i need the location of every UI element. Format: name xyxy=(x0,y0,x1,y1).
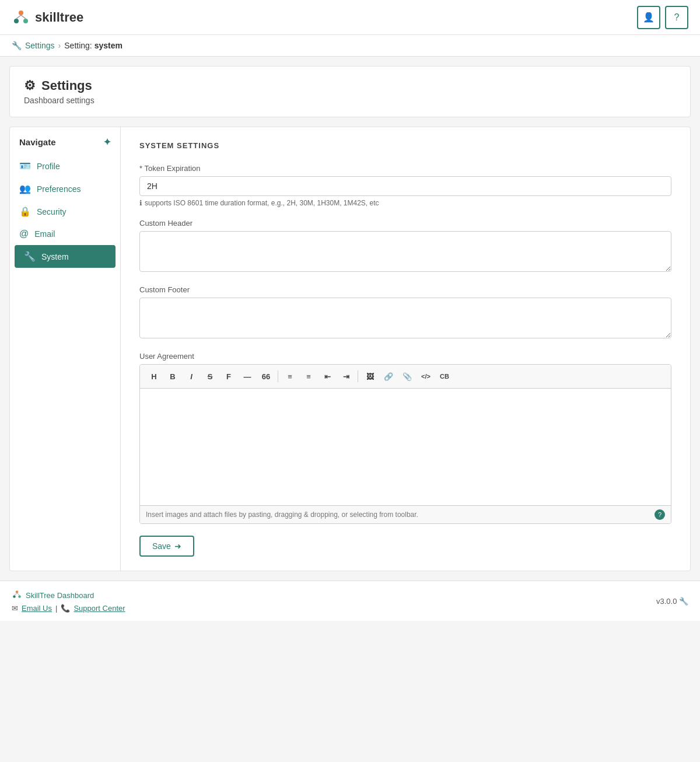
sidebar-item-system[interactable]: 🔧 System xyxy=(15,245,116,268)
sidebar-item-label: Profile xyxy=(37,162,60,171)
rte-strikethrough-btn[interactable]: S xyxy=(202,368,218,385)
rte-italic-btn[interactable]: I xyxy=(183,368,200,385)
security-icon: 🔒 xyxy=(19,206,31,217)
token-expiration-field-group: * Token Expiration ℹ supports ISO 8601 t… xyxy=(139,164,671,207)
sidebar-item-label: Preferences xyxy=(37,184,80,194)
rte-footer: Insert images and attach files by pastin… xyxy=(140,505,671,523)
user-agreement-label: User Agreement xyxy=(139,352,671,361)
settings-gear-icon: ⚙ xyxy=(24,78,36,93)
question-icon: ? xyxy=(674,12,680,23)
sidebar-item-label: System xyxy=(41,252,69,261)
rte-attach-btn[interactable]: 📎 xyxy=(399,368,415,385)
svg-point-6 xyxy=(13,595,16,598)
rte-hr-btn[interactable]: — xyxy=(239,368,256,385)
profile-icon: 🪪 xyxy=(19,160,31,172)
sidebar-item-preferences[interactable]: 👥 Preferences xyxy=(10,177,120,200)
rich-text-editor: H B I S F — 66 ≡ ≡ ⇤ ⇥ 🖼 🔗 📎 </> xyxy=(139,364,671,524)
footer-brand: SkillTree Dashboard xyxy=(12,589,125,602)
rte-image-btn[interactable]: 🖼 xyxy=(362,368,378,385)
breadcrumb: 🔧 Settings › Setting: system xyxy=(0,35,700,57)
rte-divider-1 xyxy=(278,370,278,382)
page-footer: SkillTree Dashboard ✉ Email Us | 📞 Suppo… xyxy=(0,581,700,621)
footer-wrench-icon: 🔧 xyxy=(679,597,688,606)
settings-sidebar: Navigate ✦ 🪪 Profile 👥 Preferences 🔒 Sec… xyxy=(10,127,121,571)
svg-point-0 xyxy=(19,11,23,15)
rte-help-icon[interactable]: ? xyxy=(654,509,665,520)
rte-bold-btn[interactable]: B xyxy=(164,368,181,385)
sidebar-item-label: Security xyxy=(37,207,66,216)
custom-header-textarea[interactable] xyxy=(139,231,671,272)
page-title: ⚙ Settings xyxy=(24,78,676,93)
breadcrumb-root-link[interactable]: Settings xyxy=(25,41,55,50)
rte-body[interactable] xyxy=(140,389,671,505)
rte-font-btn[interactable]: F xyxy=(220,368,237,385)
rte-ul-btn[interactable]: ≡ xyxy=(282,368,298,385)
sidebar-item-email[interactable]: @ Email xyxy=(10,223,120,245)
sidebar-nav-icon[interactable]: ✦ xyxy=(103,137,111,148)
footer-left: SkillTree Dashboard ✉ Email Us | 📞 Suppo… xyxy=(12,589,125,613)
custom-footer-label: Custom Footer xyxy=(139,285,671,294)
footer-divider: | xyxy=(55,604,57,613)
sidebar-header-label: Navigate xyxy=(19,137,56,147)
email-icon-footer: ✉ xyxy=(12,604,18,613)
token-expiration-hint: ℹ supports ISO 8601 time duration format… xyxy=(139,199,671,207)
section-title: SYSTEM SETTINGS xyxy=(139,141,671,150)
save-label: Save xyxy=(152,541,171,551)
profile-button[interactable]: 👤 xyxy=(637,6,660,29)
rte-blockquote-btn[interactable]: 66 xyxy=(258,368,274,385)
token-expiration-label: * Token Expiration xyxy=(139,164,671,173)
rte-link-btn[interactable]: 🔗 xyxy=(380,368,397,385)
rte-hint-text: Insert images and attach files by pastin… xyxy=(146,511,418,519)
svg-point-5 xyxy=(16,590,19,593)
rte-ol-btn[interactable]: ≡ xyxy=(300,368,317,385)
info-icon: ℹ xyxy=(139,199,142,207)
custom-header-label: Custom Header xyxy=(139,219,671,228)
footer-links: ✉ Email Us | 📞 Support Center xyxy=(12,604,125,613)
rte-heading-btn[interactable]: H xyxy=(146,368,162,385)
phone-icon-footer: 📞 xyxy=(61,604,70,613)
header-buttons: 👤 ? xyxy=(637,6,688,29)
token-expiration-input[interactable] xyxy=(139,176,671,196)
rte-outdent-btn[interactable]: ⇤ xyxy=(319,368,335,385)
system-wrench-icon: 🔧 xyxy=(24,251,36,262)
svg-point-7 xyxy=(18,595,21,598)
rte-code-btn[interactable]: </> xyxy=(418,368,434,385)
preferences-icon: 👥 xyxy=(19,183,31,194)
rte-divider-2 xyxy=(358,370,358,382)
svg-line-8 xyxy=(15,593,18,595)
user-agreement-field-group: User Agreement H B I S F — 66 ≡ ≡ ⇤ ⇥ 🖼 xyxy=(139,352,671,524)
custom-header-field-group: Custom Header xyxy=(139,219,671,274)
help-button[interactable]: ? xyxy=(665,6,688,29)
custom-footer-field-group: Custom Footer xyxy=(139,285,671,340)
custom-footer-textarea[interactable] xyxy=(139,298,671,338)
breadcrumb-separator: › xyxy=(58,41,61,50)
footer-version: v3.0.0 🔧 xyxy=(656,597,688,606)
breadcrumb-wrench-icon: 🔧 xyxy=(12,41,22,50)
sidebar-item-profile[interactable]: 🪪 Profile xyxy=(10,155,120,177)
svg-point-1 xyxy=(14,19,19,23)
page-header-card: ⚙ Settings Dashboard settings xyxy=(9,66,691,117)
app-name: skilltree xyxy=(35,10,83,25)
email-us-link[interactable]: Email Us xyxy=(22,604,52,613)
support-center-link[interactable]: Support Center xyxy=(74,604,125,613)
sidebar-header: Navigate ✦ xyxy=(10,137,120,155)
rte-codeblock-btn[interactable]: CB xyxy=(436,368,453,385)
app-header: skilltree 👤 ? xyxy=(0,0,700,35)
footer-brand-name: SkillTree Dashboard xyxy=(26,591,94,600)
save-arrow-icon: ➜ xyxy=(174,541,181,551)
sidebar-item-security[interactable]: 🔒 Security xyxy=(10,200,120,223)
person-icon: 👤 xyxy=(643,12,654,23)
rte-indent-btn[interactable]: ⇥ xyxy=(338,368,354,385)
svg-line-4 xyxy=(21,15,26,19)
sidebar-item-label: Email xyxy=(34,229,55,239)
save-button[interactable]: Save ➜ xyxy=(139,536,194,557)
email-icon: @ xyxy=(19,229,29,239)
app-logo: skilltree xyxy=(12,8,83,27)
svg-point-2 xyxy=(23,19,28,23)
system-settings-panel: SYSTEM SETTINGS * Token Expiration ℹ sup… xyxy=(121,127,690,571)
main-content: Navigate ✦ 🪪 Profile 👥 Preferences 🔒 Sec… xyxy=(9,127,691,571)
svg-line-9 xyxy=(17,593,20,595)
logo-icon xyxy=(12,8,30,27)
page-subtitle: Dashboard settings xyxy=(24,96,676,105)
rte-toolbar: H B I S F — 66 ≡ ≡ ⇤ ⇥ 🖼 🔗 📎 </> xyxy=(140,365,671,389)
